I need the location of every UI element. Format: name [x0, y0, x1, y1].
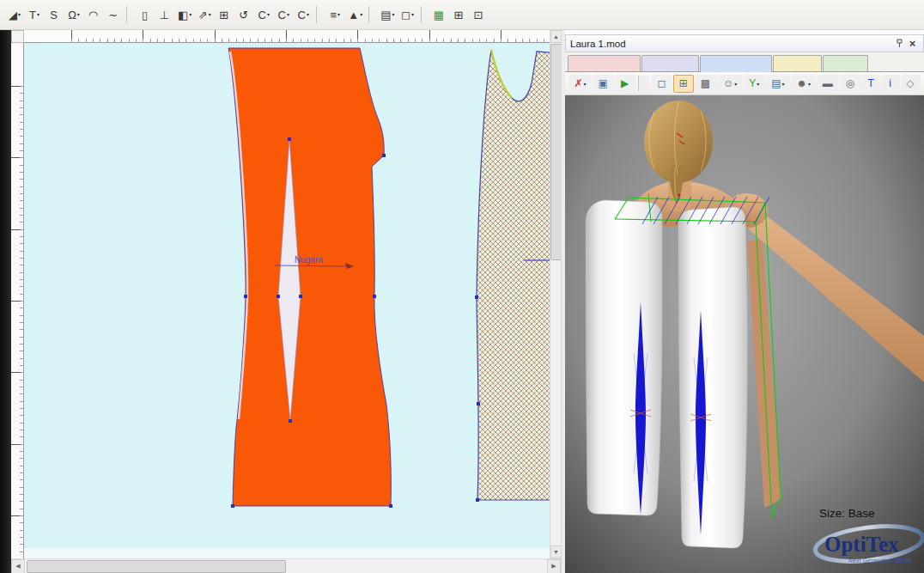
tool-icon: ≡	[331, 9, 337, 21]
avatars-tool[interactable]: ☻▾	[791, 75, 816, 93]
tool-icon: ∼	[108, 9, 118, 21]
tab-label: Animation	[649, 58, 691, 69]
tool-icon: T	[868, 77, 874, 89]
toolbar-separator	[638, 76, 649, 91]
app-window: ◢▾ T▾ S Ω▾ ◠ ∼ ▯ ⊥ ◧▾ ⇗▾ ⊞ ↺ C▾ C▾	[0, 0, 924, 573]
tool-icon: ⇗	[198, 9, 208, 21]
zoom-3d-tool[interactable]: ◎	[840, 75, 861, 93]
pin-point-tool[interactable]: ⊥	[155, 4, 174, 25]
piece-tool[interactable]: ▤▾	[378, 4, 397, 25]
dropdown-caret-icon: ▾	[808, 81, 811, 87]
texture-tool[interactable]: ▩	[695, 75, 716, 93]
wave-tool[interactable]: ∼	[104, 4, 123, 25]
simulate-tool[interactable]: ▶	[615, 75, 635, 93]
horizontal-scrollbar[interactable]: ◀ ▶	[11, 558, 561, 573]
ruler-horizontal	[24, 30, 550, 43]
measure-dart-tool[interactable]: Ω▾	[64, 4, 83, 25]
info-tool[interactable]: i	[882, 75, 900, 93]
scroll-track	[550, 261, 561, 546]
axis-tool[interactable]: Y▾	[744, 75, 765, 93]
dropdown-caret-icon: ▾	[392, 12, 395, 17]
grid-table-tool[interactable]: ⊞	[215, 4, 234, 25]
tab-label: 3D Properties	[575, 58, 633, 69]
scroll-right-button[interactable]: ▶	[547, 559, 561, 573]
tool-icon: ☻	[796, 77, 807, 89]
logo-text: OptiTex	[824, 533, 899, 556]
dropdown-caret-icon: ▾	[307, 12, 309, 17]
tool-icon: ◧	[178, 9, 188, 21]
rotate-tool-2[interactable]: C▾	[274, 4, 293, 25]
delete-tool[interactable]: ▯	[136, 4, 155, 25]
fill-tool[interactable]: ◧▾	[175, 4, 194, 25]
tool-icon: ◠	[88, 9, 98, 21]
tab-3d-properties[interactable]: 3D Properties	[568, 55, 641, 71]
horizontal-scroll-thumb[interactable]	[27, 560, 286, 573]
layers-tool[interactable]: ▤▾	[766, 75, 790, 93]
dropdown-caret-icon: ▾	[734, 81, 737, 87]
text-3d-tool[interactable]: T	[862, 75, 881, 93]
dropdown-caret-icon: ▾	[77, 12, 80, 17]
tool-icon: ▦	[434, 9, 444, 21]
tool-icon: ◎	[846, 77, 854, 89]
vertical-scrollbar[interactable]: ▲ ▼	[550, 30, 561, 558]
tool-icon: T	[29, 9, 36, 21]
tab-stitches[interactable]: Stitches	[773, 55, 822, 71]
notch-tool[interactable]: ◢▾	[5, 4, 24, 25]
rotate-tool-3[interactable]: C▾	[294, 4, 313, 25]
tool-icon: ✗	[574, 77, 582, 89]
tool-icon: ⊞	[679, 77, 688, 89]
canvas-bottom-margin	[24, 548, 550, 558]
panel-piece-right[interactable]	[678, 207, 747, 548]
avatar-tool[interactable]: ☺▾	[718, 75, 743, 93]
grid-view-tool[interactable]: ⊞	[673, 75, 694, 93]
rotate-ccw-tool[interactable]: ↺	[234, 4, 253, 25]
scene-3d: Size: Base OptiTex Next Generation 2D/3D	[565, 95, 924, 573]
tool-icon: ⊞	[219, 9, 228, 21]
tab-animation[interactable]: Animation	[641, 55, 699, 71]
ruler-label	[11, 50, 23, 121]
render-tool[interactable]: ◇	[901, 75, 921, 93]
curve-tool[interactable]: S	[45, 4, 64, 25]
close-model-tool[interactable]: ✗▾	[568, 75, 592, 93]
animation-editor-tool[interactable]: ▬	[817, 75, 839, 93]
grade-grid-tool[interactable]: ▦	[430, 4, 449, 25]
pattern-piece-back[interactable]: Nugara	[228, 48, 392, 508]
close-icon[interactable]: ×	[906, 37, 919, 50]
scroll-left-button[interactable]: ◀	[11, 559, 25, 573]
toolbar-3d: ✗▾ ▣ ▶ ◻ ⊞ ▩ ☺▾ Y▾ ▤▾ ☻▾ ▬	[565, 72, 924, 95]
ruler-label	[429, 30, 501, 42]
ruler-label	[143, 30, 214, 42]
snapshot-tool[interactable]: ▣	[593, 75, 614, 93]
tool-icon: ◻	[657, 77, 666, 89]
tool-icon: C	[278, 9, 286, 21]
rotate-tool-1[interactable]: C▾	[254, 4, 273, 25]
tool-icon: S	[50, 9, 58, 21]
mirror-tool[interactable]: ▲▾	[345, 4, 365, 25]
panel-piece-left[interactable]	[586, 200, 662, 515]
wireframe-tool[interactable]: ◻	[652, 75, 672, 93]
pattern-canvas-2d[interactable]: Nugara	[24, 43, 550, 558]
tab-shader[interactable]: Shader	[823, 55, 868, 71]
pin-icon[interactable]	[893, 37, 906, 50]
tool-icon: ▤	[771, 77, 781, 89]
snap-point-tool[interactable]: ⊡	[470, 4, 489, 25]
tool-icon: i	[889, 77, 891, 89]
text-tool[interactable]: T▾	[25, 4, 44, 25]
dropdown-caret-icon: ▾	[37, 12, 40, 17]
ruler-label	[71, 30, 143, 42]
toolbar-separator	[316, 6, 322, 23]
panel-tabs: 3D Properties Animation Laura 1.mod Stit…	[565, 52, 924, 72]
tool-icon: ▤	[380, 9, 391, 21]
dropdown-caret-icon: ▾	[411, 12, 414, 17]
tab-laura-1-mod[interactable]: Laura 1.mod	[700, 55, 771, 72]
arc-tool[interactable]: ◠	[84, 4, 103, 25]
fit-view-tool[interactable]: ◻▾	[398, 4, 417, 25]
pattern-piece-front[interactable]	[475, 50, 550, 502]
viewport-3d[interactable]: Size: Base OptiTex Next Generation 2D/3D	[565, 95, 924, 573]
export-piece-tool[interactable]: ⇗▾	[195, 4, 214, 25]
align-tool[interactable]: ≡▾	[325, 4, 344, 25]
dropdown-caret-icon: ▾	[209, 12, 211, 17]
tool-icon: ◇	[906, 77, 914, 89]
snap-grid-tool[interactable]: ⊞	[450, 4, 469, 25]
tool-icon: ◻	[401, 9, 410, 21]
